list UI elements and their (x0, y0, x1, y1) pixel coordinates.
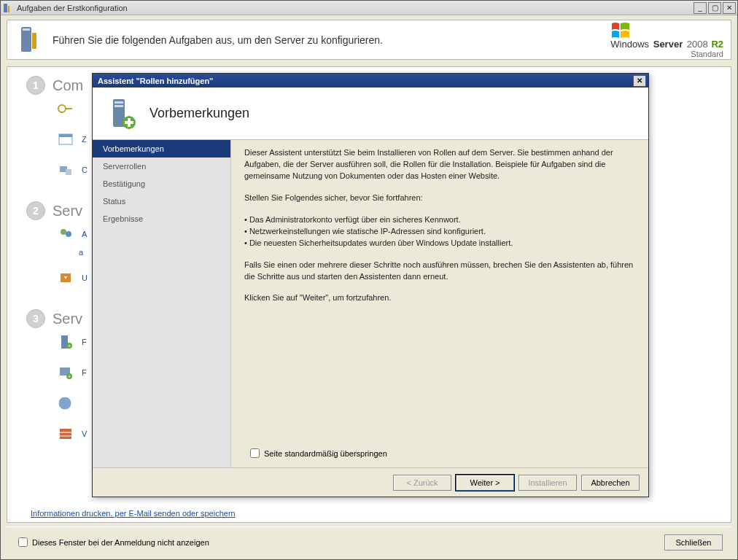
prereq-item: Netzwerkeinstellungen wie statische IP-A… (244, 226, 635, 238)
svg-rect-2 (21, 27, 31, 52)
svg-text:+: + (68, 374, 71, 379)
step-2-badge: 2 (26, 201, 45, 220)
server-add-icon (104, 96, 139, 131)
print-email-link[interactable]: Informationen drucken, per E-Mail senden… (31, 509, 236, 518)
svg-rect-4 (32, 33, 36, 49)
svg-rect-6 (65, 108, 72, 109)
users-icon (55, 225, 76, 244)
section-1-label: Com (53, 77, 83, 94)
cancel-button[interactable]: Abbrechen (581, 475, 640, 491)
firewall-icon (55, 424, 76, 443)
item-label: A (82, 230, 87, 238)
svg-rect-30 (125, 121, 133, 124)
svg-rect-10 (66, 169, 71, 175)
skip-page-label: Seite standardmäßig überspringen (264, 449, 387, 458)
close-button[interactable]: Schließen (664, 534, 723, 551)
install-button[interactable]: Installieren (518, 475, 577, 491)
next-button[interactable]: Weiter > (456, 475, 514, 491)
network-icon (55, 160, 76, 179)
skip-page-checkbox[interactable] (250, 448, 260, 458)
brand-word1: Windows (610, 39, 649, 50)
brand-word3: 2008 (687, 39, 708, 50)
brand-line1: Windows Server 2008 R2 (610, 39, 723, 50)
brand-block: Windows Server 2008 R2 Standard (610, 21, 723, 58)
sidebar-item-before-you-begin[interactable]: Vorbemerkungen (93, 140, 230, 158)
prereq-list: Das Administratorkonto verfügt über ein … (244, 214, 635, 249)
sidebar-item-results[interactable]: Ergebnisse (93, 210, 230, 228)
svg-rect-1 (8, 6, 9, 12)
svg-point-11 (61, 229, 66, 235)
sidebar-item-server-roles[interactable]: Serverrollen (93, 158, 230, 175)
abort-paragraph: Falls Sie einen oder mehrere dieser Schr… (244, 260, 635, 283)
prereq-item: Das Administratorkonto verfügt über ein … (244, 214, 635, 226)
window-title: Aufgaben der Erstkonfiguration (17, 4, 692, 12)
wizard-footer: < Zurück Weiter > Installieren Abbrechen (93, 467, 648, 497)
item-label: a (79, 248, 83, 257)
wizard-main: Dieser Assistent unterstützt Sie beim In… (231, 140, 648, 467)
app-icon (2, 2, 14, 14)
ensure-paragraph: Stellen Sie Folgendes sicher, bevor Sie … (244, 192, 635, 204)
footer-bar: Dieses Fenster bei der Anmeldung nicht a… (7, 526, 731, 557)
brand-word4: R2 (711, 39, 723, 50)
wizard-content: Dieser Assistent unterstützt Sie beim In… (244, 147, 635, 443)
dont-show-checkbox[interactable] (18, 537, 28, 547)
intro-paragraph: Dieser Assistent unterstützt Sie beim In… (244, 147, 635, 182)
step-3-badge: 3 (26, 309, 45, 328)
server-icon (15, 26, 44, 55)
wizard-sidebar: Vorbemerkungen Serverrollen Bestätigung … (93, 140, 231, 467)
continue-paragraph: Klicken Sie auf "Weiter", um fortzufahre… (244, 292, 635, 304)
item-label: F (82, 338, 87, 346)
wizard-body: Vorbemerkungen Serverrollen Bestätigung … (93, 140, 648, 467)
svg-point-12 (66, 231, 71, 237)
item-label: F (82, 368, 87, 377)
wizard-titlebar[interactable]: Assistent "Rollen hinzufügen" ✕ (93, 74, 648, 88)
maximize-button[interactable]: ▢ (708, 2, 721, 14)
item-label: C (82, 166, 88, 174)
add-roles-wizard: Assistent "Rollen hinzufügen" ✕ Vorbemer… (92, 73, 649, 497)
svg-rect-27 (114, 105, 123, 107)
item-label: Z (82, 135, 87, 144)
feature-icon: + (55, 363, 76, 382)
remote-icon (55, 394, 76, 413)
item-label: U (82, 273, 88, 282)
update-icon (55, 268, 76, 287)
brand-edition: Standard (691, 50, 723, 58)
wizard-header: Vorbemerkungen (93, 88, 648, 140)
section-3-label: Serv (53, 311, 82, 327)
header-bar: Führen Sie die folgenden Aufgaben aus, u… (7, 20, 731, 60)
svg-rect-22 (60, 429, 71, 439)
step-1-badge: 1 (26, 76, 45, 95)
minimize-button[interactable]: _ (694, 2, 707, 14)
svg-rect-0 (4, 4, 7, 12)
prereq-item: Die neuesten Sicherheitsupdates wurden ü… (244, 238, 635, 249)
wizard-header-title: Vorbemerkungen (149, 106, 249, 121)
svg-text:+: + (68, 343, 71, 349)
header-text: Führen Sie die folgenden Aufgaben aus, u… (53, 34, 605, 46)
windows-logo-icon (610, 21, 631, 40)
svg-rect-26 (114, 101, 123, 104)
section-2-label: Serv (53, 203, 82, 219)
back-button[interactable]: < Zurück (393, 475, 451, 491)
key-icon (55, 99, 76, 118)
svg-point-5 (58, 105, 66, 112)
skip-page-option[interactable]: Seite standardmäßig überspringen (244, 446, 635, 460)
item-label: V (82, 429, 87, 438)
calendar-icon (55, 130, 76, 149)
brand-word2: Server (653, 39, 683, 50)
sidebar-item-progress[interactable]: Status (93, 192, 230, 210)
wizard-close-button[interactable]: ✕ (633, 75, 646, 87)
wizard-title: Assistent "Rollen hinzufügen" (95, 77, 633, 85)
dont-show-label: Dieses Fenster bei der Anmeldung nicht a… (32, 538, 209, 547)
server-role-icon: + (55, 332, 76, 351)
svg-rect-8 (59, 134, 72, 137)
sidebar-item-confirmation[interactable]: Bestätigung (93, 175, 230, 192)
svg-rect-3 (23, 28, 30, 31)
titlebar[interactable]: Aufgaben der Erstkonfiguration _ ▢ ✕ (1, 1, 737, 15)
close-button[interactable]: ✕ (723, 2, 736, 14)
